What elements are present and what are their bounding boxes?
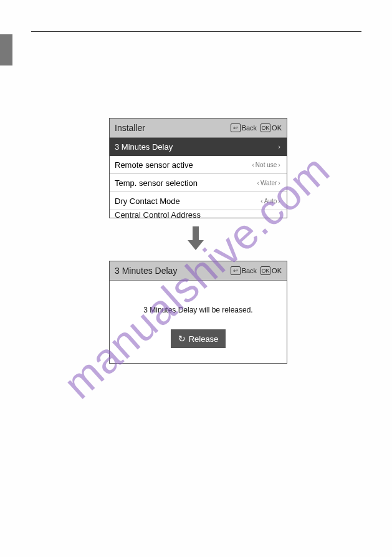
chevron-left-icon[interactable]: ‹ bbox=[259, 197, 264, 205]
release-button-label: Release bbox=[189, 334, 219, 344]
chevron-left-icon[interactable]: ‹ bbox=[256, 179, 261, 186]
row-value: Water bbox=[261, 180, 277, 186]
back-button[interactable]: ↩ Back bbox=[231, 266, 257, 275]
ok-icon: OK bbox=[261, 266, 270, 275]
menu-row-dry-contact[interactable]: Dry Contact Mode ‹ Auto › bbox=[110, 192, 287, 210]
screen-header: 3 Minutes Delay ↩ Back OK OK bbox=[110, 261, 287, 281]
down-arrow-icon bbox=[184, 225, 207, 251]
chevron-right-icon[interactable]: › bbox=[277, 179, 282, 186]
release-message: 3 Minutes Delay will be released. bbox=[110, 306, 287, 314]
menu-row-remote-sensor[interactable]: Remote sensor active ‹ Not use › bbox=[110, 156, 287, 174]
back-label: Back bbox=[242, 267, 257, 274]
row-label: Temp. sensor selection bbox=[115, 178, 256, 188]
screen-title: 3 Minutes Delay bbox=[115, 266, 227, 276]
row-label: Remote sensor active bbox=[115, 160, 251, 170]
refresh-icon: ↻ bbox=[178, 334, 186, 344]
page-header-rule bbox=[31, 31, 361, 32]
chevron-left-icon[interactable]: ‹ bbox=[251, 161, 256, 168]
back-button[interactable]: ↩ Back bbox=[231, 124, 257, 132]
chevron-right-icon[interactable]: › bbox=[277, 197, 282, 205]
page-side-tab bbox=[0, 34, 12, 65]
screen-title: Installer bbox=[115, 123, 227, 133]
row-value: Not use bbox=[256, 162, 277, 168]
ok-label: OK bbox=[272, 124, 282, 132]
ok-button[interactable]: OK OK bbox=[261, 124, 282, 132]
screen-header: Installer ↩ Back OK OK bbox=[110, 119, 287, 138]
installer-screen: Installer ↩ Back OK OK 3 Minutes Delay ›… bbox=[109, 118, 287, 218]
back-label: Back bbox=[242, 124, 257, 132]
row-label: 3 Minutes Delay bbox=[115, 142, 277, 152]
back-icon: ↩ bbox=[231, 266, 241, 275]
delay-screen: 3 Minutes Delay ↩ Back OK OK 3 Minutes D… bbox=[109, 261, 287, 364]
menu-row-3-minutes-delay[interactable]: 3 Minutes Delay › bbox=[110, 138, 287, 156]
menu-row-cutoff: Central Control Address bbox=[110, 210, 287, 218]
row-value: Auto bbox=[264, 198, 277, 205]
ok-button[interactable]: OK OK bbox=[261, 266, 282, 275]
back-icon: ↩ bbox=[231, 124, 241, 132]
ok-label: OK bbox=[272, 267, 282, 274]
menu-row-temp-sensor[interactable]: Temp. sensor selection ‹ Water › bbox=[110, 174, 287, 192]
row-label: Dry Contact Mode bbox=[115, 196, 259, 206]
ok-icon: OK bbox=[261, 124, 270, 132]
chevron-right-icon[interactable]: › bbox=[277, 161, 282, 168]
release-button[interactable]: ↻ Release bbox=[171, 329, 226, 348]
chevron-right-icon: › bbox=[277, 143, 282, 150]
row-label: Central Control Address bbox=[115, 210, 201, 218]
